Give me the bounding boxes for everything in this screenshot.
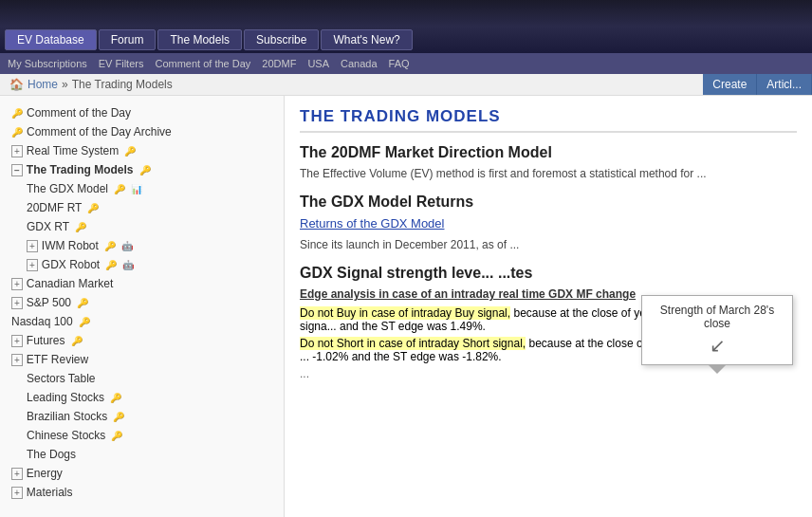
key-icon: 🔑	[87, 203, 99, 213]
content-area: THE TRADING MODELS The 20DMF Market Dire…	[285, 96, 812, 517]
sidebar: 🔑 Comment of the Day 🔑 Comment of the Da…	[0, 96, 285, 517]
subnav-usa[interactable]: USA	[307, 58, 329, 69]
sidebar-item-comment-of-the-day[interactable]: 🔑 Comment of the Day	[0, 103, 284, 122]
key-icon: 🔑	[114, 184, 125, 194]
expand-plus-icon: +	[11, 354, 23, 366]
section3-title: GDX Signal strength leve... ...tes	[300, 265, 797, 282]
subnav-comment-of-the-day[interactable]: Comment of the Day	[155, 58, 250, 69]
sidebar-item-materials[interactable]: + Materials	[0, 483, 284, 502]
breadcrumb-home[interactable]: Home	[28, 78, 58, 91]
home-icon: 🏠	[9, 78, 24, 91]
sidebar-item-nasdaq100[interactable]: Nasdaq 100 🔑	[0, 312, 284, 331]
expand-plus-icon: +	[11, 487, 23, 499]
create-button[interactable]: Create	[703, 74, 757, 95]
sidebar-item-sectors-table[interactable]: Sectors Table	[0, 369, 284, 388]
sidebar-item-gdx-model[interactable]: The GDX Model 🔑 📊	[0, 179, 284, 198]
expand-plus-icon: +	[27, 240, 38, 252]
callout-tooltip: Strength of March 28's close ↙	[641, 295, 793, 365]
chart-icon: 📊	[131, 184, 142, 194]
section1-title: The 20DMF Market Direction Model	[300, 144, 797, 161]
sidebar-item-sp500[interactable]: + S&P 500 🔑	[0, 293, 284, 312]
key-icon: 🔑	[75, 222, 86, 232]
nav-forum[interactable]: Forum	[99, 29, 157, 50]
top-nav: EV Database Forum The Models Subscribe W…	[0, 27, 812, 53]
main-layout: 🔑 Comment of the Day 🔑 Comment of the Da…	[0, 96, 812, 517]
nav-ev-database[interactable]: EV Database	[5, 29, 97, 50]
breadcrumb-separator: »	[62, 78, 68, 91]
line1-highlight: Do not Buy in case of intraday Buy signa…	[300, 306, 510, 320]
robot-icon: 🤖	[121, 241, 133, 251]
expand-minus-icon: −	[11, 164, 23, 176]
breadcrumb-current: The Trading Models	[72, 78, 173, 91]
sub-nav: My Subscriptions EV Filters Comment of t…	[0, 53, 812, 74]
page-title: THE TRADING MODELS	[300, 107, 797, 133]
key-icon: 🔑	[71, 336, 83, 346]
key-icon: 🔑	[104, 241, 116, 251]
callout-arrow: ↙	[652, 334, 783, 357]
sidebar-item-energy[interactable]: + Energy	[0, 464, 284, 483]
robot-icon2: 🤖	[122, 260, 134, 270]
nav-the-models[interactable]: The Models	[157, 29, 242, 50]
subnav-my-subscriptions[interactable]: My Subscriptions	[8, 58, 87, 69]
expand-plus-icon: +	[27, 259, 38, 271]
section1-text: The Effective Volume (EV) method is firs…	[300, 167, 797, 180]
expand-plus-icon: +	[11, 145, 23, 157]
callout-text: Strength of March 28's close	[660, 304, 774, 330]
nav-subscribe[interactable]: Subscribe	[244, 29, 319, 50]
logo-bar	[0, 0, 812, 27]
expand-plus-icon: +	[11, 278, 23, 290]
sidebar-item-leading-stocks[interactable]: Leading Stocks 🔑	[0, 388, 284, 407]
sidebar-item-gdx-rt[interactable]: GDX RT 🔑	[0, 217, 284, 236]
key-icon: 🔑	[11, 127, 23, 138]
key-icon: 🔑	[105, 260, 117, 270]
sidebar-item-etf-review[interactable]: + ETF Review	[0, 350, 284, 369]
subnav-20dmf[interactable]: 20DMF	[262, 58, 296, 69]
expand-plus-icon: +	[11, 468, 23, 480]
sidebar-item-canadian-market[interactable]: + Canadian Market	[0, 274, 284, 293]
key-icon: 🔑	[110, 393, 121, 403]
key-icon: 🔑	[111, 431, 122, 441]
article-button[interactable]: Articl...	[757, 74, 812, 95]
key-icon: 🔑	[79, 317, 90, 327]
sidebar-item-chinese-stocks[interactable]: Chinese Stocks 🔑	[0, 426, 284, 445]
section2-title: The GDX Model Returns	[300, 194, 797, 211]
subnav-canada[interactable]: Canada	[341, 58, 378, 69]
sidebar-item-futures[interactable]: + Futures 🔑	[0, 331, 284, 350]
expand-plus-icon: +	[11, 297, 23, 309]
sidebar-item-the-dogs[interactable]: The Dogs	[0, 445, 284, 464]
nav-whats-new[interactable]: What's New?	[321, 29, 412, 50]
key-icon: 🔑	[139, 165, 151, 175]
line2-highlight: Do not Short in case of intraday Short s…	[300, 337, 526, 350]
section2-link[interactable]: Returns of the GDX Model	[300, 216, 797, 231]
sidebar-item-trading-models[interactable]: − The Trading Models 🔑	[0, 160, 284, 179]
sidebar-item-comment-archive[interactable]: 🔑 Comment of the Day Archive	[0, 122, 284, 141]
sidebar-item-iwm-robot[interactable]: + IWM Robot 🔑 🤖	[0, 236, 284, 255]
key-icon: 🔑	[124, 146, 136, 157]
subnav-ev-filters[interactable]: EV Filters	[99, 58, 144, 69]
expand-plus-icon: +	[11, 335, 23, 347]
sidebar-item-real-time-system[interactable]: + Real Time System 🔑	[0, 141, 284, 160]
key-icon: 🔑	[113, 412, 124, 422]
sidebar-item-20dmf-rt[interactable]: 20DMF RT 🔑	[0, 198, 284, 217]
section2-text: Since its launch in December 2011, as of…	[300, 238, 797, 251]
sidebar-item-gdx-robot[interactable]: + GDX Robot 🔑 🤖	[0, 255, 284, 274]
sidebar-item-brazilian-stocks[interactable]: Brazilian Stocks 🔑	[0, 407, 284, 426]
key-icon: 🔑	[77, 298, 88, 308]
subnav-faq[interactable]: FAQ	[389, 58, 410, 69]
key-icon: 🔑	[11, 108, 23, 119]
